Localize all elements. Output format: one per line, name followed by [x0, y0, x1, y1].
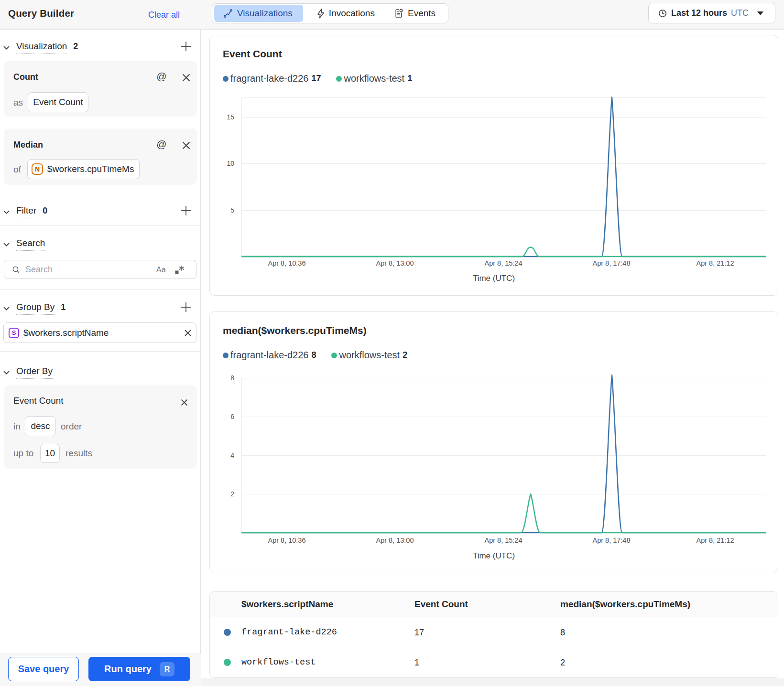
svg-text:Apr 8, 15:24: Apr 8, 15:24: [485, 259, 523, 267]
svg-text:Apr 8, 13:00: Apr 8, 13:00: [376, 259, 414, 267]
svg-text:2: 2: [230, 490, 234, 498]
svg-text:Apr 8, 10:36: Apr 8, 10:36: [268, 536, 306, 544]
svg-text:Time (UTC): Time (UTC): [473, 551, 515, 560]
svg-text:4: 4: [230, 451, 234, 459]
svg-text:6: 6: [230, 413, 234, 420]
svg-text:Time (UTC): Time (UTC): [473, 274, 515, 283]
svg-text:Apr 8, 17:48: Apr 8, 17:48: [593, 536, 631, 544]
svg-text:Apr 8, 13:00: Apr 8, 13:00: [376, 536, 414, 544]
svg-text:Apr 8, 15:24: Apr 8, 15:24: [485, 536, 523, 544]
svg-text:Apr 8, 21:12: Apr 8, 21:12: [697, 536, 734, 544]
svg-text:Apr 8, 21:12: Apr 8, 21:12: [697, 259, 734, 267]
svg-text:5: 5: [230, 206, 234, 214]
svg-text:15: 15: [227, 113, 234, 121]
svg-text:Apr 8, 10:36: Apr 8, 10:36: [268, 259, 306, 267]
svg-text:8: 8: [230, 374, 234, 382]
svg-text:Apr 8, 17:48: Apr 8, 17:48: [593, 259, 631, 267]
svg-text:10: 10: [227, 160, 234, 167]
